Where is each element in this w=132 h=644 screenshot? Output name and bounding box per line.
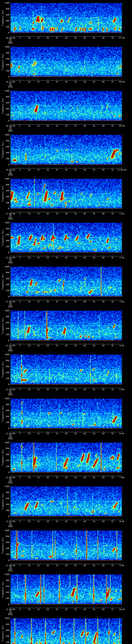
- x-tick-label: 40: [81, 389, 88, 391]
- x-axis-date-label: 16Jun2016: [1, 303, 19, 308]
- y-tick-label: 200: [0, 510, 9, 512]
- y-tick-label: 200: [0, 554, 9, 556]
- x-tick-label: 45: [90, 345, 98, 347]
- x-tick-label: 45: [90, 520, 98, 522]
- x-axis-date-label: 16Jun2016: [1, 390, 19, 396]
- spectrogram-panel-15: Frequency (Hz) 11:10:00 11:00 16Jun2016 …: [0, 616, 132, 644]
- spectrogram-panel-8: Frequency (Hz) 11:03:00 4:00 16Jun2016 1…: [0, 308, 132, 352]
- x-tick-label: 15: [34, 389, 42, 391]
- x-tick-label: 25: [53, 433, 61, 435]
- x-tick-label: 55: [109, 169, 116, 171]
- spectrogram-panel-4: Frequency (Hz) 10:59:00 11:00:00 16Jun20…: [0, 132, 132, 176]
- x-tick-label: 55: [109, 125, 116, 127]
- y-axis-title: Frequency (Hz): [2, 10, 4, 26]
- y-tick-label: 1000: [0, 90, 9, 92]
- x-tick-label: 5: [16, 608, 24, 610]
- date-line: 2016: [1, 482, 19, 484]
- date-line: 2016: [1, 218, 19, 220]
- spectrogram-panel-13: Frequency (Hz) 11:08:00 9:00 16Jun2016 1…: [0, 528, 132, 572]
- y-tick-label: 400: [0, 284, 9, 286]
- x-tick-label: 55: [109, 37, 116, 39]
- x-tick-label: 5: [16, 565, 24, 566]
- x-tick-label: 5: [16, 301, 24, 303]
- x-tick-label: 10: [25, 565, 33, 566]
- x-tick-label: 55: [109, 81, 116, 83]
- y-tick-label: 1000: [0, 222, 9, 224]
- x-tick-label: 25: [53, 389, 61, 391]
- x-tick-label: 25: [53, 213, 61, 215]
- y-tick-label: 1000: [0, 354, 9, 356]
- x-tick-label: 50: [100, 257, 107, 259]
- y-tick-label: 0: [0, 428, 9, 430]
- x-tick-label: 15: [34, 213, 42, 215]
- x-tick-label: 45: [90, 477, 98, 478]
- date-line: 2016: [1, 174, 19, 176]
- x-tick-label: 30: [62, 81, 70, 83]
- spectrogram-panel-11: Frequency (Hz) 11:06:00 7:00 16Jun2016 1…: [0, 440, 132, 484]
- x-tick-label: 45: [90, 608, 98, 610]
- x-tick-label: 15: [34, 345, 42, 347]
- x-axis-date-label: 16Jun2016: [1, 346, 19, 352]
- x-tick-label: 20: [44, 389, 52, 391]
- y-tick-label: 600: [0, 102, 9, 104]
- x-tick-label: 15: [34, 37, 42, 39]
- y-tick-label: 1000: [0, 134, 9, 136]
- y-tick-label: 1000: [0, 310, 9, 312]
- x-tick-label: 40: [81, 37, 88, 39]
- x-tick-label: 20: [44, 81, 52, 83]
- x-tick-label: 5: [16, 520, 24, 522]
- x-tick-label: 25: [53, 37, 61, 39]
- x-tick-label: 40: [81, 520, 88, 522]
- y-tick-label: 600: [0, 234, 9, 236]
- y-tick-label: 600: [0, 146, 9, 148]
- x-tick-label: 50: [100, 345, 107, 347]
- x-tick-label: 15: [34, 301, 42, 303]
- x-tick-label: 55: [109, 433, 116, 435]
- y-tick-label: 600: [0, 542, 9, 544]
- x-tick-label: 10: [25, 477, 33, 478]
- x-tick-label: 25: [53, 608, 61, 610]
- y-tick-label: 800: [0, 52, 9, 54]
- y-tick-label: 600: [0, 586, 9, 588]
- y-tick-label: 400: [0, 196, 9, 198]
- x-tick-label: 15: [34, 520, 42, 522]
- y-tick-label: 0: [0, 252, 9, 254]
- x-tick-label: 50: [100, 37, 107, 39]
- y-tick-label: 800: [0, 272, 9, 274]
- y-tick-label: 400: [0, 592, 9, 594]
- x-tick-label: 55: [109, 565, 116, 566]
- y-tick-label: 200: [0, 290, 9, 292]
- y-tick-label: 600: [0, 14, 9, 16]
- y-tick-label: 1000: [0, 574, 9, 576]
- x-tick-label: 20: [44, 565, 52, 566]
- x-tick-label: 35: [72, 301, 79, 303]
- y-tick-label: 200: [0, 114, 9, 116]
- y-tick-label: 1000: [0, 398, 9, 400]
- x-tick-label: 15: [34, 257, 42, 259]
- spectrogram-canvas: [0, 616, 132, 644]
- date-line: 2016: [1, 570, 19, 572]
- spectrogram-panel-14: Frequency (Hz) 11:09:00 10:00 16Jun2016 …: [0, 572, 132, 616]
- x-tick-label: 35: [72, 565, 79, 566]
- x-tick-label: 50: [100, 433, 107, 435]
- x-tick-label: 30: [62, 565, 70, 566]
- y-tick-label: 200: [0, 642, 9, 643]
- x-tick-label: 10: [25, 608, 33, 610]
- x-axis-date-label: 16Jun2016: [1, 434, 19, 440]
- x-tick-label: 40: [81, 433, 88, 435]
- y-tick-label: 800: [0, 184, 9, 186]
- x-tick-label: 30: [62, 477, 70, 478]
- x-tick-label: 55: [109, 477, 116, 478]
- y-tick-label: 800: [0, 96, 9, 98]
- y-tick-label: 800: [0, 404, 9, 406]
- x-tick-label: 5: [16, 345, 24, 347]
- x-tick-label: 10: [25, 257, 33, 259]
- y-tick-label: 1000: [0, 442, 9, 444]
- x-tick-label: 40: [81, 301, 88, 303]
- x-tick-label: 30: [62, 301, 70, 303]
- x-tick-label: 50: [100, 520, 107, 522]
- spectrogram-panel-3: Frequency (Hz) 10:58:00 59:00 16Jun2016 …: [0, 88, 132, 132]
- y-tick-label: 600: [0, 498, 9, 500]
- spectrogram-panel-5: Frequency (Hz) 11:00:00 1:00 16Jun2016 1…: [0, 176, 132, 220]
- x-tick-label: 20: [44, 345, 52, 347]
